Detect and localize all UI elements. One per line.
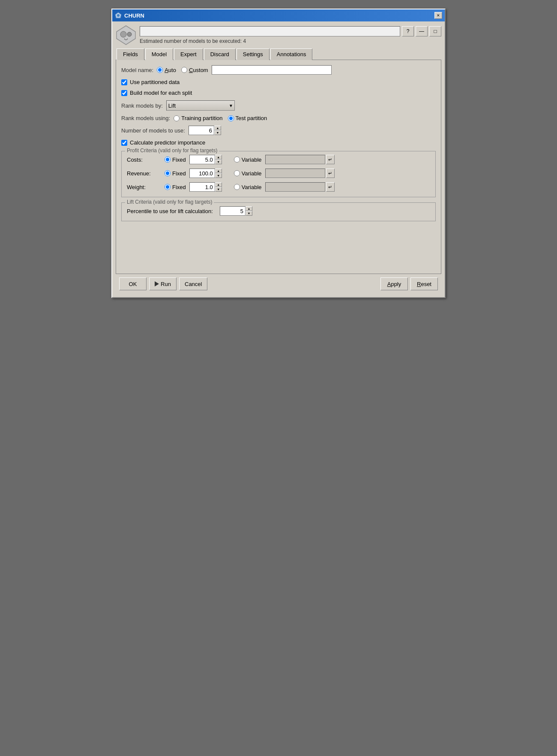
costs-variable-input[interactable] [234, 157, 240, 163]
rank-using-radio-group: Training partition Test partition [174, 115, 267, 121]
top-right: ? — □ Estimated number of models to be e… [140, 26, 441, 44]
weight-down-button[interactable]: ▼ [215, 187, 222, 192]
weight-variable-btn[interactable]: ↵ [326, 182, 335, 192]
costs-fixed-input[interactable] [165, 157, 171, 163]
num-models-up-button[interactable]: ▲ [214, 126, 221, 130]
close-button[interactable]: ✕ [434, 12, 442, 19]
radio-training-label: Training partition [181, 115, 222, 121]
costs-variable-label: Variable [242, 157, 262, 163]
rank-models-by-label: Rank models by: [121, 102, 163, 109]
toolbar-row: ? — □ [140, 26, 441, 36]
svg-point-3 [120, 31, 126, 37]
revenue-up-button[interactable]: ▲ [215, 169, 222, 173]
revenue-variable-input[interactable] [234, 170, 240, 176]
radio-custom-input[interactable] [181, 67, 187, 73]
revenue-fixed-radio[interactable]: Fixed [165, 170, 186, 177]
revenue-input[interactable] [189, 169, 215, 178]
revenue-row: Revenue: Fixed ▲ ▼ Variable [127, 169, 430, 178]
ok-button[interactable]: OK [119, 277, 147, 290]
reset-button[interactable]: Reset [410, 277, 438, 290]
costs-fixed-radio[interactable]: Fixed [165, 157, 186, 163]
content-area: Model name: Auto Custom Use partitioned [116, 60, 441, 274]
revenue-variable-btn[interactable]: ↵ [326, 169, 335, 178]
build-model-checkbox[interactable] [121, 90, 127, 96]
model-name-row: Model name: Auto Custom [121, 65, 436, 75]
top-bar: ? — □ Estimated number of models to be e… [116, 25, 441, 45]
radio-training[interactable]: Training partition [174, 115, 222, 121]
calc-predictor-checkbox[interactable] [121, 140, 127, 146]
minimize-button[interactable]: — [416, 26, 428, 36]
use-partitioned-label: Use partitioned data [130, 79, 180, 85]
costs-variable-radio[interactable]: Variable [234, 157, 262, 163]
percentile-label: Percentile to use for lift calculation: [127, 208, 213, 214]
radio-test[interactable]: Test partition [228, 115, 267, 121]
title-bar-buttons: ✕ [434, 12, 442, 19]
radio-test-input[interactable] [228, 115, 234, 121]
num-models-input[interactable] [189, 126, 214, 135]
radio-custom-label: Custom [189, 67, 208, 73]
weight-up-button[interactable]: ▲ [215, 182, 222, 187]
run-button[interactable]: Run [149, 277, 177, 290]
cancel-button[interactable]: Cancel [179, 277, 207, 290]
radio-auto[interactable]: Auto [157, 67, 176, 73]
radio-auto-label: Auto [165, 67, 176, 73]
num-models-spinbox: ▲ ▼ [189, 126, 221, 135]
tab-annotations[interactable]: Annotations [270, 48, 313, 60]
costs-up-button[interactable]: ▲ [215, 155, 222, 160]
revenue-fixed-input[interactable] [165, 170, 171, 176]
tab-expert[interactable]: Expert [174, 48, 203, 60]
progress-bar [140, 26, 400, 36]
radio-custom[interactable]: Custom [181, 67, 208, 73]
help-button[interactable]: ? [402, 26, 414, 36]
costs-row: Costs: Fixed ▲ ▼ Variable [127, 155, 430, 164]
weight-fixed-input[interactable] [165, 184, 171, 190]
window-body: ? — □ Estimated number of models to be e… [112, 21, 445, 297]
calc-predictor-label: Calculate predictor importance [130, 139, 205, 146]
apply-button[interactable]: Apply [380, 277, 408, 290]
tab-fields[interactable]: Fields [117, 48, 144, 60]
bottom-bar: OK Run Cancel Apply Reset [116, 274, 441, 294]
weight-input[interactable] [189, 182, 215, 192]
percentile-up-button[interactable]: ▲ [246, 206, 252, 211]
tab-model[interactable]: Model [145, 48, 173, 60]
node-icon [116, 25, 136, 45]
costs-input[interactable] [189, 155, 215, 164]
num-models-row: Number of models to use: ▲ ▼ [121, 126, 436, 135]
weight-variable-input[interactable] [234, 184, 240, 190]
radio-auto-input[interactable] [157, 67, 163, 73]
model-name-input[interactable] [212, 65, 332, 75]
rank-models-by-dropdown[interactable]: Lift Accuracy Profit [166, 100, 235, 111]
costs-variable-dropdown: ↵ [265, 155, 335, 164]
revenue-variable-radio[interactable]: Variable [234, 170, 262, 177]
num-models-label: Number of models to use: [121, 127, 185, 134]
weight-fixed-label: Fixed [172, 184, 186, 190]
weight-variable-dropdown: ↵ [265, 182, 335, 192]
rank-models-by-dropdown-wrapper: Lift Accuracy Profit ▼ [166, 100, 235, 111]
svg-point-1 [117, 14, 120, 17]
revenue-variable-dropdown: ↵ [265, 169, 335, 178]
weight-fixed-radio[interactable]: Fixed [165, 184, 186, 190]
weight-variable-radio[interactable]: Variable [234, 184, 262, 190]
main-window: CHURN ✕ ? — [111, 9, 446, 298]
profit-criteria-title: Profit Criteria (valid only for flag tar… [125, 148, 219, 154]
percentile-spinbox: ▲ ▼ [220, 206, 252, 216]
model-name-label: Model name: [121, 67, 153, 73]
percentile-input[interactable] [220, 206, 246, 216]
percentile-down-button[interactable]: ▼ [246, 211, 252, 216]
revenue-down-button[interactable]: ▼ [215, 173, 222, 178]
title-bar: CHURN ✕ [112, 9, 445, 21]
costs-label: Costs: [127, 157, 161, 163]
use-partitioned-checkbox[interactable] [121, 79, 127, 85]
costs-variable-field [265, 155, 325, 164]
window-title: CHURN [124, 12, 144, 19]
radio-training-input[interactable] [174, 115, 180, 121]
tab-settings[interactable]: Settings [237, 48, 270, 60]
num-models-down-button[interactable]: ▼ [214, 130, 221, 135]
costs-down-button[interactable]: ▼ [215, 160, 222, 164]
build-model-label: Build model for each split [130, 90, 192, 96]
tab-discard[interactable]: Discard [204, 48, 236, 60]
maximize-button[interactable]: □ [429, 26, 441, 36]
costs-spinbox: ▲ ▼ [189, 155, 222, 164]
costs-variable-btn[interactable]: ↵ [326, 155, 335, 164]
revenue-spin-buttons: ▲ ▼ [215, 169, 222, 178]
